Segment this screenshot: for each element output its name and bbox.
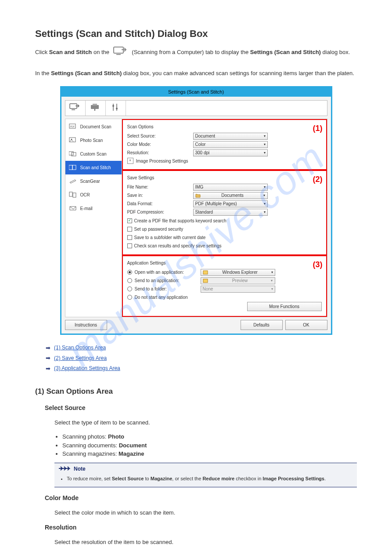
svg-rect-3 bbox=[72, 109, 75, 110]
intro-bold: Settings (Scan and Stitch) bbox=[250, 49, 321, 55]
note-bold: Select Source bbox=[112, 476, 144, 481]
checkbox-label: Create a PDF file that supports keyword … bbox=[134, 218, 227, 224]
scanner-icon bbox=[69, 178, 77, 184]
heading-color-mode: Color Mode bbox=[45, 493, 357, 503]
instructions-button[interactable]: Instructions bbox=[65, 320, 107, 330]
chevron-down-icon: ▾ bbox=[271, 270, 273, 275]
settings-dialog: Settings (Scan and Stitch) PDF Document … bbox=[60, 86, 332, 335]
note-bold: Reduce moire bbox=[202, 476, 234, 481]
sidebar-item-email[interactable]: E-mail bbox=[65, 202, 122, 215]
radio-send-folder[interactable] bbox=[127, 287, 132, 291]
note-text: to bbox=[144, 476, 150, 481]
tab-scan-from-computer[interactable] bbox=[65, 101, 86, 116]
arrow-icon: ➡ bbox=[46, 354, 50, 363]
sidebar-item-document-scan[interactable]: PDF Document Scan bbox=[65, 120, 122, 134]
send-folder-dropdown: None▾ bbox=[201, 286, 275, 293]
resolution-dropdown[interactable]: 300 dpi▾ bbox=[193, 149, 268, 156]
photo-icon bbox=[69, 137, 77, 143]
checkbox-label: Check scan results and specify save sett… bbox=[134, 243, 222, 249]
color-mode-dropdown[interactable]: Color▾ bbox=[193, 141, 268, 148]
dropdown-value: Windows Explorer bbox=[222, 269, 258, 276]
save-settings-section: (2) Save Settings File Name: IMG▾ Save i… bbox=[122, 170, 327, 255]
more-functions-button[interactable]: More Functions bbox=[247, 302, 322, 311]
open-app-dropdown[interactable]: Windows Explorer▾ bbox=[201, 269, 275, 276]
sidebar-item-label: Scan and Stitch bbox=[80, 164, 111, 171]
dropdown-value: Documents bbox=[221, 192, 244, 199]
section-number: (2) bbox=[313, 174, 323, 185]
sidebar-item-scangear[interactable]: ScanGear bbox=[65, 174, 122, 188]
expand-button[interactable]: + bbox=[127, 158, 133, 164]
intro-text: dialog box, you can make advanced scan s… bbox=[123, 70, 354, 76]
heading-select-source: Select Source bbox=[45, 403, 357, 413]
note-bold: Image Processing Settings bbox=[263, 476, 324, 481]
checkbox-subfolder[interactable] bbox=[127, 235, 132, 240]
section-title: Save Settings bbox=[127, 174, 322, 181]
checkbox-password[interactable] bbox=[127, 227, 132, 232]
checkbox-check-results[interactable] bbox=[127, 243, 132, 248]
intro-text: Click bbox=[35, 49, 49, 55]
svg-rect-17 bbox=[72, 165, 76, 170]
dataformat-dropdown[interactable]: PDF (Multiple Pages)▾ bbox=[193, 200, 268, 207]
radio-label: Open with an application: bbox=[135, 269, 201, 276]
computer-icon bbox=[69, 103, 81, 113]
color-mode-desc: Select the color mode in which to scan t… bbox=[54, 508, 357, 517]
select-source-dropdown[interactable]: Document▾ bbox=[193, 133, 268, 140]
anchor-links: ➡(1) Scan Options Area ➡(2) Save Setting… bbox=[46, 344, 357, 373]
sidebar-item-label: OCR bbox=[80, 192, 90, 198]
sidebar-item-label: ScanGear bbox=[80, 178, 100, 185]
intro-text: In the bbox=[35, 70, 51, 76]
computer-scan-icon bbox=[113, 45, 129, 60]
opt-text: Scanning documents: bbox=[62, 442, 117, 449]
note-text: To reduce moire, set bbox=[67, 476, 112, 481]
radio-send-app[interactable] bbox=[127, 278, 132, 283]
sidebar-item-photo-scan[interactable]: Photo Scan bbox=[65, 134, 122, 147]
pdfcomp-dropdown[interactable]: Standard▾ bbox=[193, 209, 268, 216]
note-text: . bbox=[324, 476, 326, 481]
defaults-button[interactable]: Defaults bbox=[241, 320, 283, 330]
tab-general-settings[interactable] bbox=[106, 101, 126, 116]
tab-scan-from-panel[interactable] bbox=[86, 101, 106, 116]
svg-rect-4 bbox=[91, 105, 99, 109]
filename-dropdown[interactable]: IMG▾ bbox=[193, 184, 268, 191]
sidebar-item-label: Photo Scan bbox=[80, 137, 103, 144]
note-label: Note bbox=[74, 465, 86, 473]
link-save-settings[interactable]: (2) Save Settings Area bbox=[54, 354, 107, 362]
sidebar: PDF Document Scan Photo Scan Custom Scan… bbox=[65, 119, 122, 317]
dropdown-value: Standard bbox=[195, 209, 213, 215]
select-source-label: Select Source: bbox=[127, 133, 193, 139]
color-mode-label: Color Mode: bbox=[127, 141, 193, 148]
folder-icon bbox=[195, 193, 201, 198]
checkbox-keyword-search[interactable] bbox=[127, 218, 132, 223]
sidebar-item-label: Custom Scan bbox=[80, 151, 107, 157]
top-tabs bbox=[65, 100, 327, 116]
custom-icon bbox=[69, 151, 77, 157]
sidebar-item-label: Document Scan bbox=[80, 123, 111, 130]
note-item: To reduce moire, set Select Source to Ma… bbox=[67, 475, 352, 482]
pdfcomp-label: PDF Compression: bbox=[127, 209, 193, 215]
radio-label: Send to a folder: bbox=[135, 286, 201, 292]
svg-rect-5 bbox=[93, 104, 97, 105]
image-processing-label: Image Processing Settings bbox=[136, 158, 188, 164]
link-application-settings[interactable]: (3) Application Settings Area bbox=[54, 364, 120, 372]
sidebar-item-ocr[interactable]: OCR bbox=[65, 188, 122, 202]
link-scan-options[interactable]: (1) Scan Options Area bbox=[54, 344, 106, 352]
intro-paragraph: Click Scan and Stitch on the (Scanning f… bbox=[35, 45, 357, 60]
radio-open-app[interactable] bbox=[127, 270, 132, 275]
opt-bold: Photo bbox=[108, 433, 124, 440]
ocr-icon bbox=[69, 192, 77, 198]
sidebar-item-scan-and-stitch[interactable]: Scan and Stitch bbox=[65, 161, 122, 174]
ok-button[interactable]: OK bbox=[285, 320, 327, 330]
radio-do-not-start[interactable] bbox=[127, 295, 132, 300]
dropdown-value: 300 dpi bbox=[195, 149, 210, 156]
svg-point-7 bbox=[112, 105, 114, 107]
savein-label: Save in: bbox=[127, 192, 193, 199]
savein-dropdown[interactable]: Documents▾ bbox=[193, 192, 268, 199]
radio-label: Send to an application: bbox=[135, 277, 201, 284]
opt-text: Scanning magazines: bbox=[62, 450, 117, 457]
application-settings-section: (3) Application Settings Open with an ap… bbox=[122, 255, 327, 317]
opt-text: Scanning photos: bbox=[62, 433, 106, 440]
sidebar-item-custom-scan[interactable]: Custom Scan bbox=[65, 147, 122, 161]
chevron-down-icon: ▾ bbox=[271, 278, 273, 283]
heading-scan-options-area: (1) Scan Options Area bbox=[35, 386, 357, 397]
chevron-down-icon: ▾ bbox=[264, 201, 266, 207]
